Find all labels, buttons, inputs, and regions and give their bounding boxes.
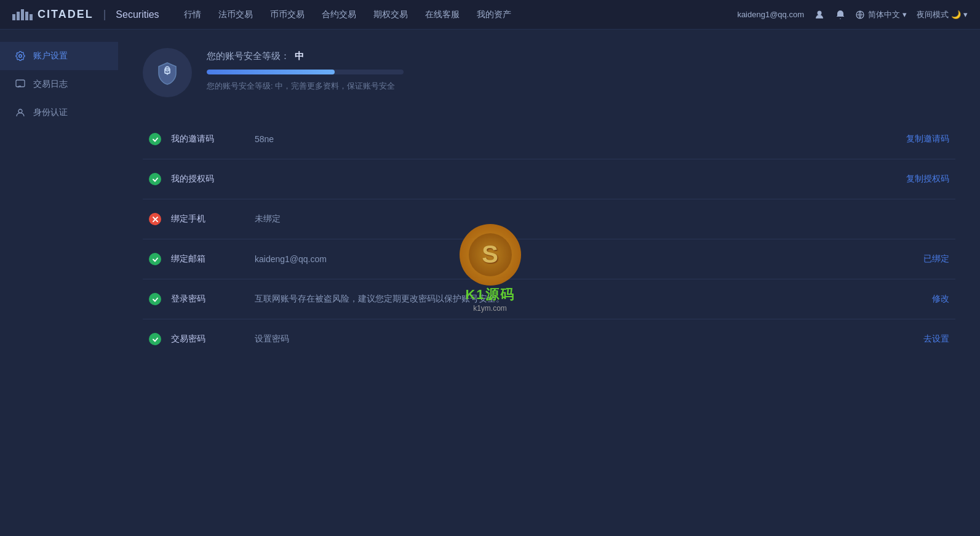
identity-label: 身份认证 [33,107,68,118]
status-icon-2 [149,213,161,225]
security-level-value: 中 [295,50,304,62]
security-level-row: 您的账号安全等级： 中 [207,50,955,62]
svg-point-0 [818,10,822,15]
sidebar-item-identity[interactable]: 身份认证 [0,98,118,127]
bell-icon[interactable] [835,9,846,20]
moon-icon: 🌙 [951,10,961,19]
setting-value-0: 58ne [255,134,896,144]
setting-action-1[interactable]: 复制授权码 [906,174,949,185]
setting-action-4[interactable]: 修改 [932,294,949,305]
logo-area: CITADEL | Securities [12,8,159,21]
lang-arrow: ▾ [902,10,907,19]
setting-name-1: 我的授权码 [171,174,245,185]
night-mode-toggle[interactable]: 夜间模式 🌙 ▾ [917,9,968,20]
status-icon-0 [149,133,161,145]
user-email: kaideng1@qq.com [737,10,804,19]
account-settings-label: 账户设置 [33,50,68,62]
sidebar: 账户设置 交易日志 身份认证 [0,30,118,536]
setting-row: 绑定邮箱kaideng1@qq.com已绑定 [143,239,955,279]
settings-icon [15,50,26,62]
setting-action-3[interactable]: 已绑定 [923,254,949,265]
night-arrow: ▾ [963,10,968,19]
status-icon-3 [149,253,161,265]
nav-contract[interactable]: 合约交易 [322,9,356,20]
lang-text: 简体中文 [868,9,900,20]
setting-action-5[interactable]: 去设置 [923,334,949,345]
security-description: 您的账号安全等级: 中，完善更多资料，保证账号安全 [207,81,955,92]
logo-divider: | [103,8,106,21]
setting-value-5: 设置密码 [255,334,914,345]
sidebar-item-trade-log[interactable]: 交易日志 [0,70,118,98]
setting-row: 我的授权码复制授权码 [143,159,955,199]
setting-row: 我的邀请码58ne复制邀请码 [143,119,955,159]
status-icon-4 [149,293,161,305]
setting-row: 登录密码互联网账号存在被盗风险，建议您定期更改密码以保护账号安全。修改 [143,279,955,319]
setting-row: 绑定手机未绑定 [143,199,955,239]
progress-fill [207,70,335,74]
nav-support[interactable]: 在线客服 [425,9,460,20]
nav-fiat[interactable]: 法币交易 [218,9,253,20]
main-nav: 行情 法币交易 币币交易 合约交易 期权交易 在线客服 我的资产 [184,9,738,20]
nav-assets[interactable]: 我的资产 [477,9,511,20]
setting-value-2: 未绑定 [255,214,949,225]
setting-name-0: 我的邀请码 [171,134,245,145]
security-progress-bar [207,70,404,74]
security-header: 您的账号安全等级： 中 您的账号安全等级: 中，完善更多资料，保证账号安全 [143,48,955,97]
chat-icon [15,79,26,90]
security-level-label: 您的账号安全等级： [207,50,290,62]
identity-icon [15,107,26,118]
user-icon[interactable] [814,9,825,20]
nav-options[interactable]: 期权交易 [373,9,408,20]
shield-avatar [143,48,192,97]
main-layout: 账户设置 交易日志 身份认证 [0,30,980,536]
lang-selector[interactable]: 简体中文 ▾ [856,9,907,20]
security-info: 您的账号安全等级： 中 您的账号安全等级: 中，完善更多资料，保证账号安全 [207,48,955,92]
nav-market[interactable]: 行情 [184,9,201,20]
setting-value-4: 互联网账号存在被盗风险，建议您定期更改密码以保护账号安全。 [255,294,922,305]
svg-point-6 [167,73,169,75]
setting-value-3: kaideng1@qq.com [255,254,914,264]
status-icon-1 [149,173,161,185]
logo-icon [12,9,33,20]
settings-list: 我的邀请码58ne复制邀请码 我的授权码复制授权码 绑定手机未绑定 绑定邮箱ka… [143,119,955,359]
shield-icon [155,60,180,85]
header: CITADEL | Securities 行情 法币交易 币币交易 合约交易 期… [0,0,980,30]
header-right: kaideng1@qq.com 简体中文 ▾ 夜间模式 🌙 ▾ [737,9,968,20]
brand-name: CITADEL [38,8,94,21]
setting-name-4: 登录密码 [171,294,245,305]
night-mode-label: 夜间模式 [917,9,949,20]
nav-crypto[interactable]: 币币交易 [270,9,305,20]
svg-point-3 [18,110,22,113]
trade-log-label: 交易日志 [33,79,68,90]
main-content: 您的账号安全等级： 中 您的账号安全等级: 中，完善更多资料，保证账号安全 我的… [118,30,980,536]
setting-name-3: 绑定邮箱 [171,254,245,265]
status-icon-5 [149,333,161,345]
setting-name-5: 交易密码 [171,334,245,345]
setting-name-2: 绑定手机 [171,214,245,225]
sidebar-item-account-settings[interactable]: 账户设置 [0,42,118,70]
setting-action-0[interactable]: 复制邀请码 [906,134,949,145]
setting-row: 交易密码设置密码去设置 [143,319,955,359]
logo-subtitle: Securities [116,9,159,20]
